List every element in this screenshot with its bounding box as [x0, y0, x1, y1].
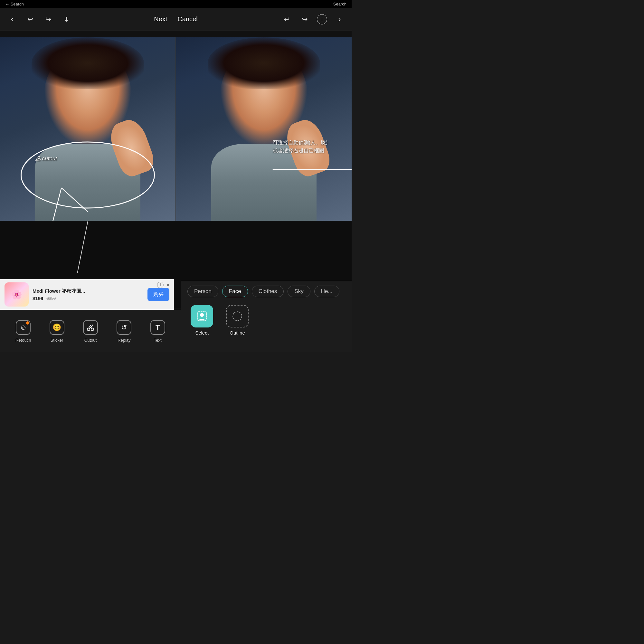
ad-content: Medi Flower 祕密花園... $199 $350 — [33, 288, 144, 301]
info-button[interactable]: i — [317, 14, 327, 24]
select-option[interactable]: Select — [191, 305, 213, 336]
toolbar-left: ‹ ↩ ↪ ⬇ — [6, 14, 72, 25]
ad-close-icon[interactable]: ✕ — [165, 282, 171, 288]
cancel-button[interactable]: Cancel — [175, 14, 200, 24]
tab-clothes[interactable]: Clothes — [252, 286, 284, 297]
photo-right: 可選擇自動偵測(人、臉) 或者選擇右邊自己框圖 — [176, 37, 352, 221]
svg-point-10 — [200, 313, 204, 317]
cutout-panel: Person Face Clothes Sky He... — [181, 281, 352, 352]
tab-person[interactable]: Person — [187, 286, 218, 297]
text-label: Text — [154, 338, 162, 343]
sticker-tool[interactable]: 😊 Sticker — [46, 319, 68, 343]
outline-label: Outline — [230, 330, 245, 336]
svg-point-11 — [233, 312, 242, 321]
right-annotation: 可選擇自動偵測(人、臉) 或者選擇右邊自己框圖 — [273, 138, 328, 155]
select-label: Select — [195, 330, 209, 336]
text-tool[interactable]: T Text — [147, 319, 169, 343]
status-left: ← Search — [5, 2, 24, 6]
ad-price-row: $199 $350 — [33, 296, 144, 301]
retouch-icon: ☺ — [15, 319, 32, 336]
tab-face[interactable]: Face — [222, 286, 248, 297]
cutout-icon — [82, 319, 99, 336]
replay-tool[interactable]: ↺ Replay — [113, 319, 135, 343]
undo-button[interactable]: ↩ — [24, 14, 36, 25]
svg-line-4 — [77, 221, 88, 273]
tab-head[interactable]: He... — [314, 286, 339, 297]
sticker-icon: 😊 — [49, 319, 65, 336]
text-icon: T — [149, 319, 166, 336]
ad-price-old: $350 — [46, 296, 56, 301]
tab-sky[interactable]: Sky — [288, 286, 310, 297]
photo-left: 选 cutout — [0, 37, 176, 221]
replay-icon: ↺ — [116, 319, 132, 336]
tools-panel: ☺ Retouch 😊 Sticker — [0, 310, 181, 352]
top-toolbar: ‹ ↩ ↪ ⬇ Next Cancel ↩ ↪ i › — [0, 8, 352, 31]
redo-button[interactable]: ↪ — [43, 14, 54, 25]
cutout-tool[interactable]: Cutout — [79, 319, 102, 343]
ad-title: Medi Flower 祕密花園... — [33, 288, 144, 294]
cutout-tabs: Person Face Clothes Sky He... — [181, 281, 352, 302]
undo-right-button[interactable]: ↩ — [281, 14, 292, 25]
download-button[interactable]: ⬇ — [61, 14, 72, 25]
ad-buy-button[interactable]: 购买 — [147, 288, 169, 301]
cutout-annotation: 选 cutout — [35, 155, 57, 162]
outline-icon — [226, 305, 249, 327]
redo-right-button[interactable]: ↪ — [299, 14, 310, 25]
svg-point-7 — [91, 328, 94, 331]
ad-info-icon[interactable]: i — [157, 282, 164, 288]
ad-banner: 🌸 Medi Flower 祕密花園... $199 $350 购买 i ✕ — [0, 279, 174, 310]
ad-image: 🌸 — [5, 282, 29, 307]
status-right: Search — [333, 2, 346, 6]
retouch-tool[interactable]: ☺ Retouch — [12, 319, 34, 343]
replay-label: Replay — [118, 338, 130, 343]
next-button[interactable]: Next — [151, 14, 170, 24]
outline-option[interactable]: Outline — [226, 305, 249, 336]
toolbar-center: Next Cancel — [151, 14, 200, 24]
toolbar-right: ↩ ↪ i › — [281, 14, 345, 25]
select-icon — [191, 305, 213, 327]
sticker-label: Sticker — [51, 338, 63, 343]
forward-button[interactable]: › — [334, 14, 345, 25]
ad-close-area: i ✕ — [157, 282, 171, 288]
svg-point-6 — [87, 328, 90, 331]
ad-price-new: $199 — [33, 296, 43, 301]
retouch-dot — [26, 321, 29, 325]
back-button[interactable]: ‹ — [6, 14, 18, 25]
photos-area: 选 cutout 可選擇自動偵測(人、臉) 或者選擇右邊自己框圖 — [0, 37, 352, 221]
cutout-options: Select Outline — [181, 302, 352, 339]
retouch-label: Retouch — [15, 338, 31, 343]
cutout-label: Cutout — [84, 338, 97, 343]
